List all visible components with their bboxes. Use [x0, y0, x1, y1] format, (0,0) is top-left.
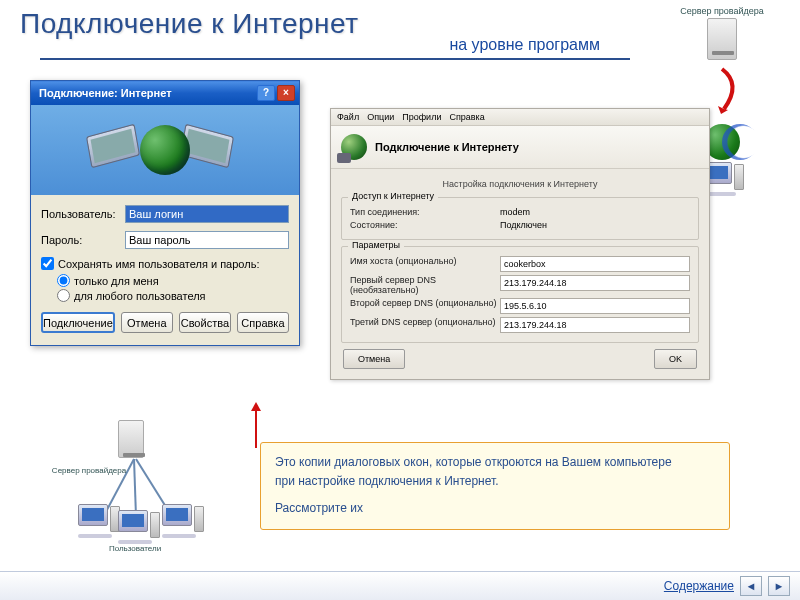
section-title: Настройка подключения к Интернету: [341, 179, 699, 189]
server-icon: [707, 18, 737, 60]
conn-type-label: Тип соединения:: [350, 207, 500, 217]
properties-button[interactable]: Свойства: [179, 312, 231, 333]
menu-profiles[interactable]: Профили: [402, 112, 441, 122]
password-input[interactable]: [125, 231, 289, 249]
menu-bar: Файл Опции Профили Справка: [331, 109, 709, 126]
only-me-label: только для меня: [74, 275, 159, 287]
toc-link[interactable]: Содержание: [664, 579, 734, 593]
diagram-server-icon: [118, 418, 144, 460]
prev-button[interactable]: ◄: [740, 576, 762, 596]
user-label: Пользователь:: [41, 208, 125, 220]
network-diagram: Сервер провайдера Пользователи: [28, 418, 238, 568]
diagram-server-label: Сервер провайдера: [44, 466, 134, 475]
conn-type-value: modem: [500, 207, 690, 217]
cancel-button[interactable]: Отмена: [343, 349, 405, 369]
params-legend: Параметры: [348, 240, 404, 250]
dns1-input[interactable]: [500, 275, 690, 291]
dialog-body: Пользователь: Пароль: Сохранять имя поль…: [31, 195, 299, 345]
dns2-input[interactable]: [500, 298, 690, 314]
dns3-label: Третий DNS сервер (опционально): [350, 317, 500, 333]
password-label: Пароль:: [41, 234, 125, 246]
diagram-pc-icon: [162, 504, 204, 538]
state-value: Подключен: [500, 220, 690, 230]
diagram-pc-icon: [118, 510, 160, 544]
access-group: Доступ к Интернету Тип соединения:modem …: [341, 197, 699, 240]
settings-body: Настройка подключения к Интернету Доступ…: [331, 169, 709, 379]
any-user-radio[interactable]: [57, 289, 70, 302]
diagram-users-label: Пользователи: [100, 544, 170, 553]
menu-options[interactable]: Опции: [367, 112, 394, 122]
dns1-label: Первый сервер DNS (необязательно): [350, 275, 500, 295]
any-user-label: для любого пользователя: [74, 290, 206, 302]
params-group: Параметры Имя хоста (опционально) Первый…: [341, 246, 699, 343]
dns2-label: Второй сервер DNS (опционально): [350, 298, 500, 314]
close-button[interactable]: ×: [277, 85, 295, 101]
explain-line3: Рассмотрите их: [275, 499, 715, 518]
diagram-pc-icon: [78, 504, 120, 538]
next-button[interactable]: ►: [768, 576, 790, 596]
explain-line2: при настройке подключения к Интернет.: [275, 472, 715, 491]
help-button[interactable]: ?: [257, 85, 275, 101]
user-input[interactable]: [125, 205, 289, 223]
menu-file[interactable]: Файл: [337, 112, 359, 122]
provider-label: Сервер провайдера: [662, 6, 782, 16]
host-input[interactable]: [500, 256, 690, 272]
explanation-box: Это копии диалоговых окон, которые откро…: [260, 442, 730, 530]
menu-help[interactable]: Справка: [449, 112, 484, 122]
connection-dialog: Подключение: Интернет ? × Пользователь: …: [30, 80, 300, 346]
footer: Содержание ◄ ►: [0, 571, 800, 600]
laptop-left-icon: [88, 128, 148, 173]
save-credentials-checkbox[interactable]: [41, 257, 54, 270]
explain-line1: Это копии диалоговых окон, которые откро…: [275, 453, 715, 472]
dns3-input[interactable]: [500, 317, 690, 333]
laptop-right-icon: [182, 128, 242, 173]
header-rule: [40, 58, 630, 60]
settings-header: Подключение к Интернету: [331, 126, 709, 169]
help-button[interactable]: Справка: [237, 312, 289, 333]
settings-title: Подключение к Интернету: [375, 141, 519, 153]
dialog-banner: [31, 105, 299, 195]
cancel-button[interactable]: Отмена: [121, 312, 173, 333]
globe-plug-icon: [341, 134, 367, 160]
settings-dialog: Файл Опции Профили Справка Подключение к…: [330, 108, 710, 380]
dialog-title: Подключение: Интернет: [35, 87, 255, 99]
connect-button[interactable]: Подключение: [41, 312, 115, 333]
state-label: Состояние:: [350, 220, 500, 230]
access-legend: Доступ к Интернету: [348, 191, 438, 201]
host-label: Имя хоста (опционально): [350, 256, 500, 272]
only-me-radio[interactable]: [57, 274, 70, 287]
ok-button[interactable]: OK: [654, 349, 697, 369]
save-credentials-label: Сохранять имя пользователя и пароль:: [58, 258, 259, 270]
dialog-titlebar[interactable]: Подключение: Интернет ? ×: [31, 81, 299, 105]
globe-icon: [140, 125, 190, 175]
